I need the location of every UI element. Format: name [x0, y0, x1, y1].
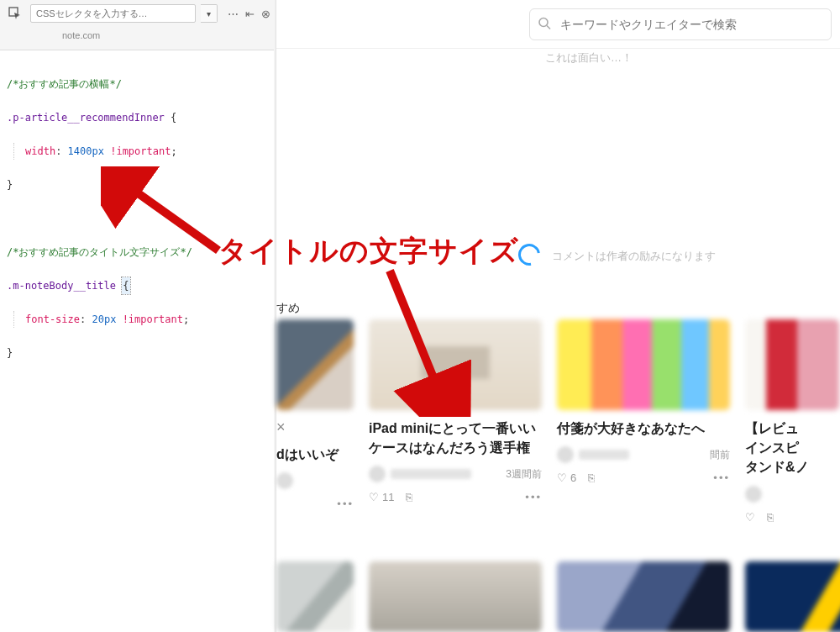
like-count: 6: [570, 471, 576, 484]
avatar: [276, 472, 293, 489]
semicolon: ;: [183, 313, 189, 325]
like-count: 11: [382, 491, 394, 503]
semicolon: ;: [171, 145, 176, 157]
brace: }: [7, 345, 13, 361]
article-title: dはいいぞ: [276, 445, 354, 464]
avatar: [557, 446, 574, 463]
bookmark-button[interactable]: ⎘: [588, 471, 595, 484]
article-thumbnail: [557, 561, 730, 632]
author-name-blurred: [579, 450, 629, 460]
brace: {: [123, 277, 129, 294]
inspect-element-icon[interactable]: [5, 3, 25, 24]
brace: {: [171, 109, 176, 126]
bookmark-button[interactable]: ⎘: [406, 491, 412, 503]
article-title: iPad miniにとって一番いいケースはなんだろう選手権: [369, 419, 542, 457]
bookmark-icon: ⎘: [406, 491, 412, 503]
css-source-editor[interactable]: /*おすすめ記事の横幅*/ .p-article__recommendInner…: [0, 50, 276, 403]
css-value: 20px: [92, 313, 117, 325]
css-comment: /*おすすめ記事のタイトル文字サイズ*/: [7, 246, 192, 258]
css-important: !important: [123, 313, 183, 325]
devtools-header: ▾ ⋯ ⇤ ⊗ note.com: [0, 0, 276, 50]
css-important: !important: [110, 145, 171, 157]
article-title: 付箋が大好きなあなたへ: [557, 419, 730, 438]
article-card[interactable]: iPad miniにとって一番いいケースはなんだろう選手権 3週間前 ♡ 11 …: [369, 319, 542, 524]
section-heading-partial: すめ: [276, 296, 300, 321]
avatar: [369, 466, 386, 482]
close-devtools-icon[interactable]: ⊗: [261, 8, 270, 20]
search-icon: [538, 16, 551, 32]
bookmark-icon: ⎘: [588, 471, 595, 484]
css-value: 1400px: [68, 145, 104, 157]
svg-point-1: [539, 18, 548, 26]
article-thumbnail: [369, 319, 542, 410]
article-thumbnail: [276, 319, 354, 410]
author-name-blurred: [391, 469, 471, 479]
heart-icon: ♡: [557, 471, 567, 484]
posted-ago: 3週間前: [506, 467, 542, 482]
like-button[interactable]: ♡ 6: [557, 471, 576, 484]
page-topbar: [276, 0, 840, 49]
bookmark-icon: ⎘: [767, 511, 774, 524]
bookmark-button[interactable]: ⎘: [767, 511, 774, 524]
css-selector: .p-article__recommendInner: [7, 112, 165, 124]
article-thumbnail: [369, 561, 542, 632]
search-input[interactable]: [529, 8, 832, 40]
article-thumbnail: [745, 561, 840, 632]
kebab-menu-icon[interactable]: •••: [713, 471, 730, 484]
article-card[interactable]: 【レビュ インスピ タンド&ノ ♡ ⎘: [745, 319, 839, 524]
article-thumbnail: [557, 319, 730, 410]
kebab-menu-icon[interactable]: •••: [337, 498, 354, 510]
recommended-card-row-2: [276, 561, 840, 632]
devtools-panel: ▾ ⋯ ⇤ ⊗ note.com /*おすすめ記事の横幅*/ .p-articl…: [0, 0, 276, 632]
page-content: これは面白い…！ コメントは作者の励みになります すめ × dはいいぞ ••• …: [276, 0, 840, 632]
brace: }: [7, 176, 13, 193]
like-button[interactable]: ♡: [745, 511, 755, 524]
colon: :: [80, 313, 86, 325]
css-selector-input[interactable]: [30, 4, 196, 23]
avatar: [745, 486, 762, 503]
svg-line-2: [547, 25, 550, 29]
kebab-menu-icon[interactable]: ⋯: [228, 8, 239, 20]
css-property: font-size: [25, 313, 80, 325]
colon: :: [55, 145, 61, 157]
devtools-domain-label: note.com: [0, 27, 276, 40]
css-selector: .m-noteBody__title: [7, 280, 116, 292]
annotation-label: タイトルの文字サイズ: [218, 232, 519, 271]
posted-ago: 間前: [710, 448, 730, 462]
dock-toggle-icon[interactable]: ⇤: [245, 8, 255, 20]
article-card[interactable]: × dはいいぞ •••: [276, 319, 354, 524]
kebab-menu-icon[interactable]: •••: [525, 491, 542, 503]
recommended-card-row: × dはいいぞ ••• iPad miniにとって一番いいケースはなんだろう選手…: [276, 319, 840, 524]
css-property: width: [25, 145, 55, 157]
selector-dropdown-button[interactable]: ▾: [201, 4, 218, 23]
teaser-text: これは面白い…！: [545, 50, 633, 66]
comment-placeholder-text: コメントは作者の励みになります: [552, 249, 716, 264]
heart-icon: ♡: [745, 511, 755, 524]
css-comment: /*おすすめ記事の横幅*/: [7, 78, 122, 90]
article-thumbnail: [745, 319, 839, 410]
article-title: 【レビュ インスピ タンド&ノ: [745, 419, 839, 477]
article-thumbnail: [276, 561, 354, 632]
like-button[interactable]: ♡ 11: [369, 491, 394, 503]
article-card[interactable]: 付箋が大好きなあなたへ 間前 ♡ 6 ⎘ •••: [557, 319, 730, 524]
close-icon[interactable]: ×: [276, 419, 286, 435]
heart-icon: ♡: [369, 491, 379, 503]
